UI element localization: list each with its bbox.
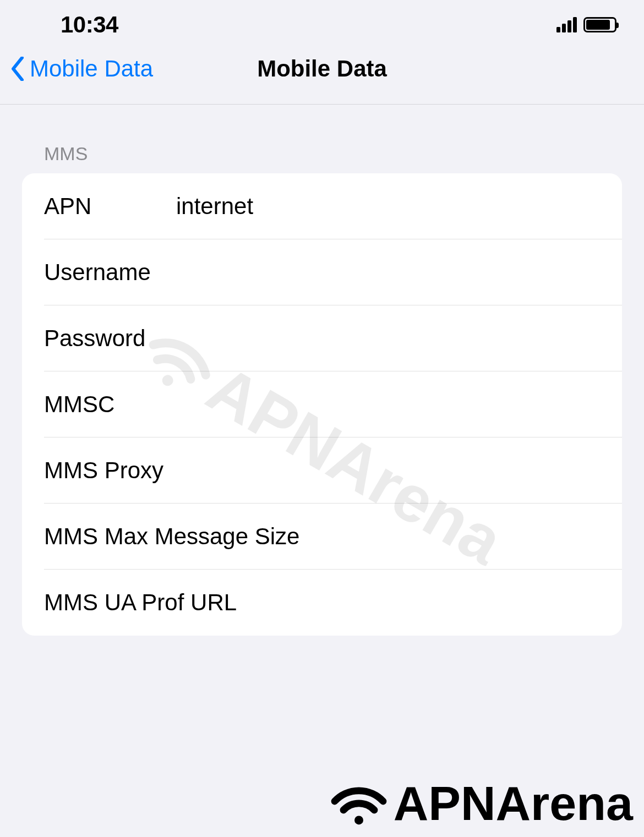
status-bar: 10:34 — [0, 0, 644, 44]
page-title: Mobile Data — [257, 56, 387, 82]
apn-field[interactable] — [176, 193, 622, 220]
row-apn[interactable]: APN — [22, 173, 622, 239]
row-label: Password — [44, 325, 176, 352]
row-mms-proxy[interactable]: MMS Proxy — [22, 437, 622, 504]
back-label: Mobile Data — [30, 56, 153, 82]
row-username[interactable]: Username — [22, 239, 622, 305]
row-label: Username — [44, 259, 176, 286]
password-field[interactable] — [176, 325, 622, 352]
section-header-mms: MMS — [22, 143, 622, 173]
username-field[interactable] — [176, 259, 622, 286]
mms-max-size-field[interactable] — [299, 523, 622, 550]
wifi-icon — [329, 781, 389, 825]
status-indicators — [556, 17, 616, 32]
row-label: MMS Proxy — [44, 457, 176, 484]
row-label: MMSC — [44, 391, 176, 418]
mms-proxy-field[interactable] — [176, 457, 622, 484]
watermark-text: APNArena — [394, 775, 633, 831]
nav-bar: Mobile Data Mobile Data — [0, 44, 644, 105]
back-button[interactable]: Mobile Data — [11, 56, 153, 82]
row-label: MMS UA Prof URL — [44, 589, 237, 616]
watermark-bottom: APNArena — [329, 775, 633, 831]
chevron-left-icon — [11, 57, 25, 81]
row-mms-max-size[interactable]: MMS Max Message Size — [22, 504, 622, 570]
mms-ua-prof-url-field[interactable] — [237, 589, 622, 616]
svg-point-1 — [354, 816, 363, 824]
row-label: APN — [44, 193, 176, 220]
settings-group-mms: APN Username Password MMSC MMS Proxy MMS… — [22, 173, 622, 636]
cellular-signal-icon — [556, 17, 577, 32]
row-mms-ua-prof-url[interactable]: MMS UA Prof URL — [22, 570, 622, 636]
row-label: MMS Max Message Size — [44, 523, 299, 550]
row-mmsc[interactable]: MMSC — [22, 371, 622, 437]
battery-icon — [583, 17, 616, 32]
content: MMS APN Username Password MMSC MMS Proxy — [0, 105, 644, 636]
mmsc-field[interactable] — [176, 391, 622, 418]
row-password[interactable]: Password — [22, 305, 622, 371]
status-time: 10:34 — [61, 12, 118, 38]
